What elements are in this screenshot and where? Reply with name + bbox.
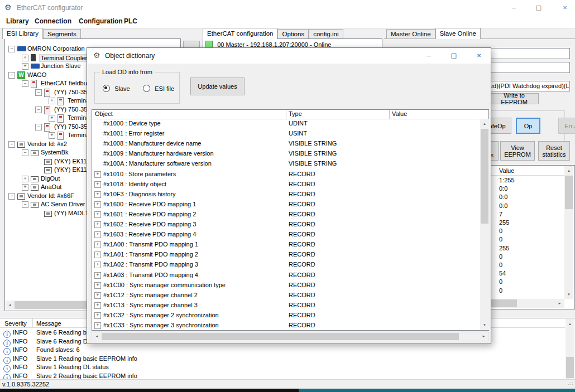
value-row[interactable]: 0:0 — [499, 193, 507, 200]
expand-icon[interactable]: + — [22, 184, 28, 191]
od-table-row[interactable]: #x1001 : Error registerUSINT — [92, 129, 480, 139]
view-eeprom-button[interactable]: View EEPROM — [500, 141, 535, 161]
expand-icon[interactable]: + — [94, 231, 101, 238]
od-col-value[interactable]: Value — [392, 110, 407, 117]
od-hscroll-thumb[interactable] — [102, 333, 459, 340]
resize-grip[interactable]: .:: — [568, 380, 574, 386]
maximize-button[interactable]: ◻ — [529, 2, 548, 13]
od-table-row[interactable]: #x1000 : Device typeUDINT — [92, 119, 480, 129]
collapse-icon[interactable]: − — [22, 149, 28, 156]
collapse-icon[interactable]: − — [35, 107, 42, 113]
reset-statistics-button[interactable]: Reset statistics — [538, 141, 570, 161]
collapse-icon[interactable]: − — [35, 124, 42, 130]
radio-slave-icon[interactable] — [103, 85, 110, 92]
scroll-left-icon[interactable]: ◄ — [93, 332, 101, 341]
dialog-minimize-button[interactable]: – — [419, 50, 438, 61]
value-vscrollbar[interactable]: ▲ ▼ — [564, 166, 573, 299]
od-vscrollbar[interactable]: ▲ ▼ — [480, 119, 489, 330]
od-table-row[interactable]: +#x10F3 : Diagnosis historyRECORD — [92, 190, 480, 200]
od-table-row[interactable]: +#x1600 : Receive PDO mapping 1RECORD — [92, 200, 480, 210]
value-row[interactable]: 7 — [499, 211, 502, 217]
tree-hscroll-thumb[interactable] — [15, 301, 87, 309]
value-row[interactable]: 255 — [499, 245, 509, 251]
scroll-right-icon[interactable]: ► — [480, 332, 488, 341]
value-row[interactable]: 0:0 — [499, 185, 507, 192]
expand-icon[interactable]: + — [94, 272, 101, 279]
tab-options[interactable]: Options — [277, 29, 309, 39]
log-row[interactable]: iINFOFound slaves: 6 — [0, 346, 561, 355]
dialog-maximize-button[interactable]: ◻ — [444, 50, 463, 61]
expand-icon[interactable]: + — [94, 262, 101, 268]
od-table-row[interactable]: +#x1A02 : Transmit PDO mapping 3RECORD — [92, 260, 480, 270]
od-table-row[interactable]: #x100A : Manufacturer software versionVI… — [92, 159, 480, 169]
collapse-icon[interactable]: − — [35, 89, 42, 96]
od-table-row[interactable]: +#x1A00 : Transmit PDO mapping 1RECORD — [92, 240, 480, 250]
scroll-left-icon[interactable]: ◄ — [6, 301, 14, 309]
value-row[interactable]: 0 — [499, 262, 502, 268]
expand-icon[interactable]: + — [94, 201, 101, 208]
value-row[interactable]: 0 — [499, 236, 502, 243]
collapse-icon[interactable]: − — [8, 141, 15, 148]
minimize-button[interactable]: – — [504, 2, 523, 13]
tab-config-ini[interactable]: config.ini — [309, 29, 343, 39]
close-button[interactable]: × — [555, 2, 574, 13]
write-to-eeprom-button[interactable]: Write to EEPROM — [490, 93, 539, 104]
scroll-down-icon[interactable]: ▼ — [564, 291, 573, 298]
expand-icon[interactable]: + — [94, 191, 101, 198]
od-table-row[interactable]: +#x1A03 : Transmit PDO mapping 4RECORD — [92, 270, 480, 280]
value-row[interactable]: 255 — [499, 219, 509, 226]
od-table-row[interactable]: #x1008 : Manufacturer device nameVISIBLE… — [92, 139, 480, 149]
od-table-row[interactable]: +#x1018 : Identity objectRECORD — [92, 180, 480, 190]
scroll-down-icon[interactable]: ▼ — [480, 321, 489, 329]
od-table-row[interactable]: +#x1C00 : Sync manager communication typ… — [92, 280, 480, 291]
od-table-row[interactable]: +#x1A01 : Transmit PDO mapping 2RECORD — [92, 250, 480, 260]
od-table-row[interactable]: +#x1C12 : Sync manager channel 2RECORD — [92, 291, 480, 301]
od-hscrollbar[interactable]: ◄ ► — [92, 332, 489, 341]
od-table-row[interactable]: +#x1010 : Store parametersRECORD — [92, 170, 480, 180]
radio-slave[interactable]: Slave — [103, 85, 130, 92]
log-vscroll-thumb[interactable] — [566, 357, 574, 378]
expand-icon[interactable]: + — [49, 115, 55, 122]
od-table-row[interactable]: +#x1C33 : Sync manager 3 synchronization… — [92, 321, 480, 330]
expand-icon[interactable]: + — [22, 55, 28, 61]
log-row[interactable]: iINFOSlave 1 Reading basic EEPROM info — [0, 355, 561, 364]
value-row[interactable]: 0 — [499, 228, 502, 234]
tab-slave-online[interactable]: Slave Online — [435, 28, 481, 39]
op-button[interactable]: Op — [516, 118, 540, 134]
expand-icon[interactable]: + — [94, 322, 101, 329]
log-row[interactable]: iINFOSlave 1 Reading DL status — [0, 364, 561, 372]
collapse-icon[interactable]: − — [22, 80, 28, 87]
expand-icon[interactable]: + — [94, 171, 101, 178]
value-row[interactable]: 54 — [499, 270, 506, 277]
value-row[interactable]: 1:255 — [499, 177, 515, 183]
radio-esi-file[interactable]: ESI file — [143, 85, 174, 92]
od-table-row[interactable]: +#x1602 : Receive PDO mapping 3RECORD — [92, 220, 480, 230]
tab-ethercat-configuration[interactable]: EtherCAT configuration — [203, 28, 277, 39]
update-values-button[interactable]: Update values — [190, 78, 245, 95]
collapse-icon[interactable]: − — [8, 193, 15, 200]
od-table-row[interactable]: +#x1601 : Receive PDO mapping 2RECORD — [92, 210, 480, 220]
scroll-up-icon[interactable]: ▲ — [480, 120, 489, 128]
value-row[interactable]: 0:0 — [499, 202, 507, 209]
scroll-right-icon[interactable]: ► — [555, 299, 564, 308]
log-col-message[interactable]: Message — [36, 320, 61, 327]
value-row[interactable]: 0 — [499, 253, 502, 260]
od-col-object[interactable]: Object — [95, 110, 113, 117]
radio-esi-file-icon[interactable] — [143, 85, 150, 92]
collapse-icon[interactable]: − — [8, 46, 15, 52]
od-table-row[interactable]: +#x1C32 : Sync manager 2 synchronization… — [92, 311, 480, 321]
expand-icon[interactable]: + — [94, 312, 101, 319]
expand-icon[interactable]: + — [94, 181, 101, 188]
expand-icon[interactable]: + — [94, 292, 101, 299]
menu-library[interactable]: Library — [6, 17, 29, 25]
value-vscroll-thumb[interactable] — [565, 176, 573, 209]
value-row[interactable]: 0 — [499, 287, 502, 294]
collapse-icon[interactable]: − — [8, 72, 15, 79]
value-row[interactable]: 0 — [499, 278, 502, 285]
collapse-icon[interactable]: − — [22, 201, 28, 208]
od-col-type[interactable]: Type — [289, 110, 302, 117]
expand-icon[interactable]: + — [94, 302, 101, 309]
expand-icon[interactable]: + — [22, 63, 28, 70]
expand-icon[interactable]: + — [94, 282, 101, 289]
tab-esi-library[interactable]: ESI Library — [2, 28, 43, 39]
